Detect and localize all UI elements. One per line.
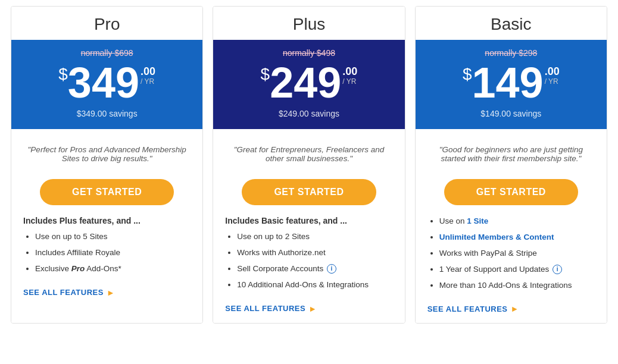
normally-price-plus: normally $498 (225, 48, 392, 58)
dollar-sign-plus: $ (261, 66, 270, 83)
plan-title-pro: Pro (11, 7, 202, 40)
includes-label-plus: Includes Basic features, and ... (225, 216, 392, 225)
info-icon-corporate[interactable]: i (327, 264, 336, 274)
plan-body-plus: "Great for Entrepreneurs, Freelancers an… (213, 129, 404, 323)
normally-price-basic: normally $298 (427, 48, 595, 58)
list-item: Works with PayPal & Stripe (439, 248, 595, 259)
dollar-sign-basic: $ (463, 66, 472, 83)
price-cents-plus: .00 (342, 66, 357, 77)
price-cents-basic: .00 (545, 66, 560, 77)
list-item: Unlimited Members & Content (439, 232, 595, 243)
normally-price-pro: normally $698 (23, 48, 191, 58)
list-item: Works with Authorize.net (237, 247, 392, 259)
plan-title-basic: Basic (416, 7, 607, 40)
list-item: 1 Year of Support and Updates i (439, 264, 595, 275)
info-icon-support[interactable]: i (553, 265, 562, 274)
price-yr-plus: / YR (342, 78, 357, 85)
includes-label-pro: Includes Plus features, and ... (23, 216, 191, 225)
arrow-icon-basic: ► (511, 304, 519, 313)
see-all-features-plus[interactable]: SEE ALL FEATURES ► (225, 299, 392, 313)
price-number-basic: 149 (472, 61, 544, 104)
feature-list-basic: Use on 1 Site Unlimited Members & Conten… (427, 216, 595, 291)
price-yr-pro: / YR (141, 78, 155, 85)
pricing-container: Pro normally $698 $ 349 .00 / YR $349.00… (0, 6, 618, 324)
plan-price-box-pro: normally $698 $ 349 .00 / YR $349.00 sav… (11, 40, 202, 129)
list-item: Use on up to 2 Sites (237, 231, 392, 243)
list-item: Use on 1 Site (439, 216, 595, 227)
price-cents-pro: .00 (141, 66, 155, 77)
tagline-basic: "Good for beginners who are just getting… (427, 139, 595, 170)
savings-plus: $249.00 savings (225, 109, 392, 118)
price-cents-yr-basic: .00 / YR (545, 61, 560, 85)
plan-body-basic: "Good for beginners who are just getting… (416, 129, 607, 323)
price-main-basic: $ 149 .00 / YR (427, 61, 595, 104)
price-number-pro: 349 (68, 61, 139, 104)
tagline-plus: "Great for Entrepreneurs, Freelancers an… (225, 139, 392, 170)
price-cents-yr-plus: .00 / YR (342, 61, 357, 85)
plan-title-plus: Plus (213, 7, 404, 40)
see-all-features-basic[interactable]: SEE ALL FEATURES ► (427, 299, 595, 313)
get-started-basic[interactable]: GET STARTED (444, 179, 578, 205)
savings-pro: $349.00 savings (23, 109, 191, 118)
tagline-pro: "Perfect for Pros and Advanced Membershi… (23, 139, 191, 170)
savings-basic: $149.00 savings (427, 109, 595, 118)
plan-card-basic: Basic normally $298 $ 149 .00 / YR $149.… (415, 6, 607, 324)
list-item: Sell Corporate Accounts i (237, 263, 392, 275)
see-all-features-pro[interactable]: SEE ALL FEATURES ► (23, 283, 191, 297)
plan-card-plus: Plus normally $498 $ 249 .00 / YR $249.0… (213, 6, 405, 324)
price-cents-yr-pro: .00 / YR (141, 61, 155, 85)
list-item: Includes Affiliate Royale (35, 247, 191, 259)
plan-card-pro: Pro normally $698 $ 349 .00 / YR $349.00… (11, 6, 203, 324)
highlight-members: Unlimited Members & Content (439, 233, 554, 241)
plan-body-pro: "Perfect for Pros and Advanced Membershi… (11, 129, 202, 323)
plan-price-box-plus: normally $498 $ 249 .00 / YR $249.00 sav… (213, 40, 404, 129)
price-yr-basic: / YR (545, 78, 560, 85)
list-item: 10 Additional Add-Ons & Integrations (237, 280, 392, 291)
dollar-sign-pro: $ (58, 66, 68, 83)
get-started-plus[interactable]: GET STARTED (242, 179, 376, 205)
price-number-plus: 249 (270, 61, 341, 104)
highlight-site: 1 Site (467, 216, 488, 225)
get-started-pro[interactable]: GET STARTED (40, 179, 174, 205)
italic-highlight: Pro (71, 264, 85, 273)
arrow-icon-pro: ► (107, 288, 115, 297)
list-item: Exclusive Pro Add-Ons* (35, 263, 191, 275)
plan-price-box-basic: normally $298 $ 149 .00 / YR $149.00 sav… (416, 40, 607, 129)
feature-list-pro: Use on up to 5 Sites Includes Affiliate … (23, 231, 191, 275)
price-main-pro: $ 349 .00 / YR (23, 61, 191, 104)
list-item: More than 10 Add-Ons & Integrations (439, 280, 595, 291)
feature-list-plus: Use on up to 2 Sites Works with Authoriz… (225, 231, 392, 291)
arrow-icon-plus: ► (308, 304, 317, 313)
price-main-plus: $ 249 .00 / YR (225, 61, 392, 104)
list-item: Use on up to 5 Sites (35, 231, 191, 243)
